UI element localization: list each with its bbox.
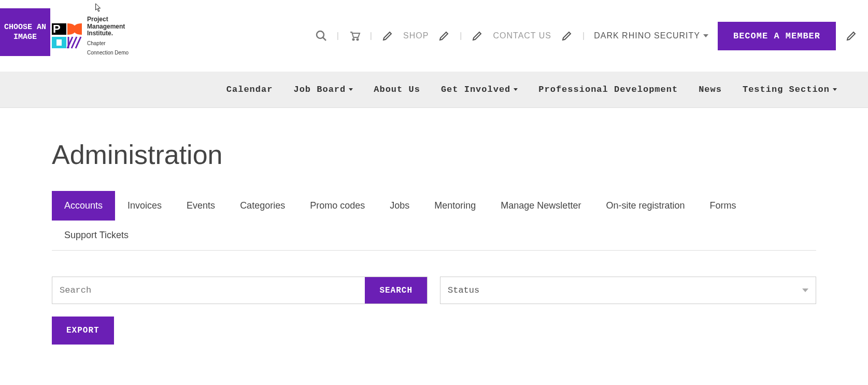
tab-categories[interactable]: Categories <box>227 191 297 221</box>
tab-accounts[interactable]: Accounts <box>52 191 115 221</box>
chevron-down-icon <box>514 88 518 91</box>
status-select[interactable]: Status <box>440 277 816 304</box>
search-input[interactable] <box>52 277 365 304</box>
chevron-down-icon <box>802 288 808 292</box>
nav-get-involved[interactable]: Get Involved <box>441 85 518 94</box>
logo-text: Project Management Institute. Chapter Co… <box>87 16 129 56</box>
svg-line-9 <box>323 37 326 40</box>
tab-events[interactable]: Events <box>174 191 227 221</box>
tab-onsite[interactable]: On-site registration <box>593 191 697 221</box>
svg-point-11 <box>357 39 358 40</box>
nav-calendar[interactable]: Calendar <box>226 85 273 94</box>
cart-icon[interactable] <box>348 30 361 42</box>
tab-jobs[interactable]: Jobs <box>377 191 422 221</box>
tab-newsletter[interactable]: Manage Newsletter <box>488 191 593 221</box>
svg-point-10 <box>352 39 354 40</box>
svg-rect-3 <box>56 39 62 46</box>
search-button[interactable]: SEARCH <box>365 277 427 304</box>
svg-text:P: P <box>53 22 61 35</box>
nav-testing[interactable]: Testing Section <box>743 85 837 94</box>
tab-mentoring[interactable]: Mentoring <box>422 191 488 221</box>
separator: | <box>337 31 339 40</box>
chevron-down-icon <box>349 88 353 91</box>
edit-icon[interactable] <box>438 30 450 42</box>
status-label: Status <box>448 285 479 295</box>
edit-icon[interactable] <box>845 30 858 42</box>
tab-invoices[interactable]: Invoices <box>115 191 174 221</box>
content: Administration Accounts Invoices Events … <box>0 108 868 376</box>
export-button[interactable]: EXPORT <box>52 317 114 345</box>
nav-job-board[interactable]: Job Board <box>293 85 353 94</box>
pmi-logo-icon: P <box>52 20 83 51</box>
nav-about[interactable]: About Us <box>374 85 420 94</box>
svg-point-8 <box>317 31 324 38</box>
main-nav: Calendar Job Board About Us Get Involved… <box>0 72 868 108</box>
nav-news[interactable]: News <box>699 85 722 94</box>
become-member-button[interactable]: BECOME A MEMBER <box>718 22 836 50</box>
top-right-nav: | | SHOP | CONTACT US | DARK RHINO SECUR… <box>315 22 858 50</box>
nav-prof-dev[interactable]: Professional Development <box>538 85 678 94</box>
logo-area[interactable]: P Project Management Institute. Chapter … <box>52 16 129 56</box>
edit-icon[interactable] <box>381 30 394 42</box>
separator: | <box>460 31 462 40</box>
separator: | <box>582 31 585 40</box>
user-name: DARK RHINO SECURITY <box>594 31 700 40</box>
chevron-down-icon <box>703 34 708 37</box>
contact-link[interactable]: CONTACT US <box>493 31 551 40</box>
search-icon[interactable] <box>315 30 328 42</box>
search-row: SEARCH Status <box>52 277 816 304</box>
edit-icon[interactable] <box>471 30 483 42</box>
shop-link[interactable]: SHOP <box>403 31 429 40</box>
search-group: SEARCH <box>52 277 428 304</box>
tab-forms[interactable]: Forms <box>697 191 748 221</box>
admin-tabs: Accounts Invoices Events Categories Prom… <box>52 191 816 251</box>
user-menu[interactable]: DARK RHINO SECURITY <box>594 31 708 40</box>
separator: | <box>370 31 372 40</box>
chevron-down-icon <box>833 88 837 91</box>
page-title: Administration <box>52 139 816 170</box>
edit-icon[interactable] <box>561 30 573 42</box>
top-header: P Project Management Institute. Chapter … <box>0 0 868 72</box>
tab-tickets[interactable]: Support Tickets <box>52 221 141 250</box>
tab-promo[interactable]: Promo codes <box>297 191 377 221</box>
